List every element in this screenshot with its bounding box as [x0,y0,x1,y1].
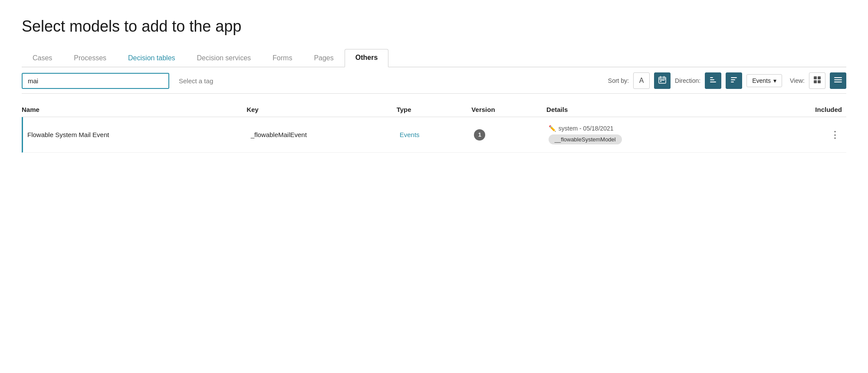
events-dropdown-label: Events [752,77,771,84]
tab-cases[interactable]: Cases [22,49,63,67]
details-tag-pill: __flowableSystemModel [549,134,622,144]
page-title: Select models to add to the app [22,17,846,36]
svg-rect-5 [660,81,661,82]
sort-date-button[interactable] [654,72,671,89]
row-details: ✏️ system - 05/18/2021 __flowableSystemM… [549,125,772,144]
tab-decision-services[interactable]: Decision services [186,49,262,67]
svg-rect-7 [663,80,664,81]
tabs-bar: Cases Processes Decision tables Decision… [22,49,846,67]
col-header-included: Included [771,106,846,113]
details-edit-row: ✏️ system - 05/18/2021 [549,125,772,132]
table-row: Flowable System Mail Event _flowableMail… [22,117,846,153]
svg-rect-17 [818,80,821,83]
sort-date-icon [658,76,666,85]
events-dropdown[interactable]: Events ▾ [746,74,782,87]
sort-alpha-button[interactable]: A [633,72,650,89]
row-type[interactable]: Events [400,131,474,138]
col-header-details: Details [546,106,771,113]
table-header: Name Key Type Version Details Included [22,102,846,117]
sort-by-label: Sort by: [608,77,629,84]
toolbar: Sort by: A Direction: [22,67,846,94]
more-options-button[interactable]: ⋮ [830,129,842,140]
direction-label: Direction: [675,77,700,84]
tab-others[interactable]: Others [345,49,389,67]
tag-select[interactable] [174,74,266,88]
svg-rect-4 [660,80,661,81]
tab-pages[interactable]: Pages [303,49,344,67]
svg-rect-16 [814,80,817,83]
chevron-down-icon: ▾ [773,77,776,84]
table: Name Key Type Version Details Included F… [22,102,846,153]
grid-view-icon [813,76,821,85]
sort-alpha-icon: A [639,77,644,85]
row-name: Flowable System Mail Event [27,131,251,138]
row-key: _flowableMailEvent [251,131,400,138]
details-tag-container: __flowableSystemModel [549,134,772,144]
direction-desc-icon [730,76,737,85]
col-header-key: Key [247,106,396,113]
col-header-name: Name [22,106,247,113]
col-header-type: Type [397,106,472,113]
grid-view-button[interactable] [809,72,825,89]
tab-decision-tables[interactable]: Decision tables [117,49,186,67]
tab-forms[interactable]: Forms [262,49,303,67]
version-badge: 1 [474,129,485,141]
svg-rect-6 [662,80,663,81]
edit-icon: ✏️ [549,125,556,132]
list-view-button[interactable] [830,72,846,89]
details-date: system - 05/18/2021 [559,125,614,132]
row-type-link[interactable]: Events [400,131,420,138]
col-header-version: Version [471,106,546,113]
direction-desc-button[interactable] [726,72,742,89]
list-view-icon [834,76,842,85]
direction-asc-button[interactable] [705,72,721,89]
direction-asc-icon [710,76,717,85]
svg-rect-14 [814,76,817,79]
view-label: View: [790,77,805,84]
svg-rect-15 [818,76,821,79]
row-included: ⋮ [772,129,846,141]
tab-processes[interactable]: Processes [63,49,117,67]
search-input[interactable] [22,73,169,89]
row-version: 1 [474,129,549,141]
